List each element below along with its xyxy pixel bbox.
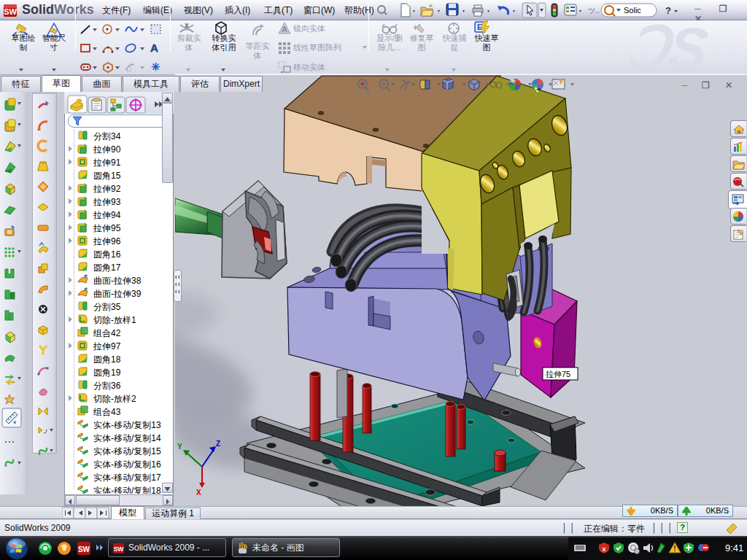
svg-text:Y: Y xyxy=(177,443,182,451)
svg-text:A: A xyxy=(282,25,287,34)
svg-text:SW: SW xyxy=(78,545,90,553)
svg-text:9:41: 9:41 xyxy=(725,542,743,553)
svg-text:X: X xyxy=(196,489,201,497)
svg-text:SW: SW xyxy=(114,545,125,553)
svg-text:!: ! xyxy=(673,545,676,553)
svg-text:拉伸75: 拉伸75 xyxy=(546,370,570,378)
svg-text:Z: Z xyxy=(216,440,220,448)
svg-text:x: x xyxy=(602,545,605,553)
